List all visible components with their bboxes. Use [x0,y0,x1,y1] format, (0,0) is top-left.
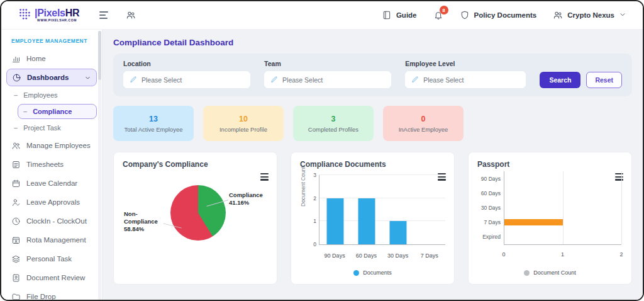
pie-chart-title: Company's Compliance [123,160,268,169]
compliance-documents-card: Compliance Documents Document Count 0123… [291,152,455,285]
sidebar-item-leave-calendar[interactable]: Leave Calendar [6,174,97,192]
y-category-label: 30 Days [481,205,501,211]
sidebar-item-rota-management[interactable]: Rota Management [6,231,97,249]
y-category-label: Expired [482,234,501,240]
sidebar-item-label: Project Task [23,124,61,132]
sidebar-item-clockin-clockout[interactable]: ClockIn - ClockOut [6,212,97,230]
pie-label-compliance: Compliance41.16% [229,191,268,207]
employees-header-icon[interactable] [126,10,136,20]
chart-icon [11,54,21,64]
sidebar-item-label: Leave Calendar [26,179,77,187]
stat-card-total-active-employee: 13Total Active Employee [113,106,194,141]
page-title: Compliance Detail Dashboard [113,38,632,47]
gridline [563,171,564,244]
sidebar-item-label: Home [26,55,46,62]
x-tick-label: 90 Days [319,253,350,259]
bar-chart-title: Compliance Documents [300,160,445,169]
logo-website: WWW.PIXELSHR.COM [35,19,79,22]
shield-icon [460,10,470,20]
pen-icon [411,74,419,86]
sidebar-item-compliance[interactable]: –Compliance [18,104,97,119]
sidebar-item-leave-approvals[interactable]: Leave Approvals [6,193,97,211]
y-category-label: 60 Days [481,190,501,196]
location-label: Location [123,60,250,67]
top-header: |PixelsHR WWW.PIXELSHR.COM Guide 8 [1,1,643,30]
sidebar: EMPLOYEE MANAGEMENT HomeDashboards–Emplo… [1,30,103,300]
sidebar-item-label: Rota Management [26,236,86,244]
pie-icon [12,73,21,82]
stat-value: 3 [331,115,336,123]
location-input[interactable] [142,76,244,84]
bar [504,219,563,225]
x-tick-label: 30 Days [382,253,414,259]
legend-label: Documents [363,270,392,276]
hbar-chart-title: Passport [477,160,623,169]
sidebar-item-document-review[interactable]: Document Review [6,269,97,287]
clock-icon [11,217,21,226]
y-tick-label: 2 [313,195,316,202]
sidebar-item-label: Manage Employees [26,142,91,149]
stats-row: 13Total Active Employee10Incomplete Prof… [113,106,632,141]
layers-icon [11,254,21,264]
notification-badge: 8 [440,6,448,14]
hbar-plot-area: 90 Days60 Days30 Days7 DaysExpired [504,171,621,245]
sidebar-item-label: Leave Approvals [26,198,80,206]
sidebar-item-label: Employees [23,91,57,99]
stat-value: 13 [149,115,158,123]
sidebar-item-dashboards[interactable]: Dashboards [6,69,97,86]
y-tick-label: 3 [313,172,316,178]
y-tick-label: 0 [313,241,316,247]
pie-chart: Compliance41.16% Non-Compliance58.84% [123,171,268,272]
filter-panel: Location Team Employee Level [113,54,632,96]
passport-card: Passport 90 Days60 Days30 Days7 DaysExpi… [468,152,632,285]
company-compliance-card: Company's Compliance Compliance41.16% No… [113,152,277,285]
sidebar-toggle-icon[interactable] [99,11,108,19]
policy-documents-button[interactable]: Policy Documents [460,10,537,20]
sidebar-item-manage-employees[interactable]: Manage Employees [6,137,97,154]
employee-level-select[interactable] [405,71,526,88]
employee-level-input[interactable] [423,76,519,84]
stat-card-completed-profiles: 3Completed Profiles [293,106,374,141]
team-select[interactable] [264,71,391,88]
x-tick-label: 1 [561,251,564,258]
pie-label-non-compliance: Non-Compliance58.84% [124,210,164,233]
search-button[interactable]: Search [540,72,580,88]
document-icon [11,273,21,283]
app-window: |PixelsHR WWW.PIXELSHR.COM Guide 8 [0,0,644,301]
main-content: Compliance Detail Dashboard Location Tea… [103,30,643,300]
sidebar-item-project-task[interactable]: –Project Task [9,120,97,135]
team-input[interactable] [282,76,385,84]
folder-icon [11,292,21,300]
user-menu[interactable]: Crypto Nexus [553,10,626,20]
bar [327,198,344,244]
legend-dot [524,270,530,276]
pen-icon [130,74,137,86]
sidebar-item-label: Compliance [33,108,72,115]
notifications-button[interactable]: 8 [433,10,443,20]
y-axis-label: Document Count [300,166,306,207]
person-check-icon [11,198,21,207]
sidebar-scrollbar-thumb[interactable] [98,31,101,80]
sidebar-item-label: Dashboards [27,74,69,81]
guide-button[interactable]: Guide [382,10,417,20]
sidebar-item-employees[interactable]: –Employees [9,88,97,103]
employee-level-label: Employee Level [405,60,526,67]
sidebar-item-label: Document Review [26,274,85,281]
sidebar-item-personal-task[interactable]: Personal Task [6,250,97,268]
sidebar-item-timesheets[interactable]: Timesheets [6,156,97,173]
sidebar-item-file-drop[interactable]: File Drop [6,288,97,300]
timesheet-icon [11,160,21,169]
location-select[interactable] [123,71,250,88]
bar [358,198,375,244]
sidebar-item-label: File Drop [26,293,56,300]
reset-button[interactable]: Reset [586,72,622,88]
stat-label: Completed Profiles [308,126,358,133]
stat-value: 10 [239,115,248,123]
hbar-legend: Document Count [469,270,631,276]
sidebar-item-home[interactable]: Home [6,50,97,67]
stat-card-incomplete-profile: 10Incomplete Profile [203,106,284,141]
legend-label: Document Count [533,270,576,276]
calendar-icon [11,179,21,188]
x-tick-label: 7 Days [414,253,445,259]
app-logo[interactable]: |PixelsHR WWW.PIXELSHR.COM [18,7,79,23]
